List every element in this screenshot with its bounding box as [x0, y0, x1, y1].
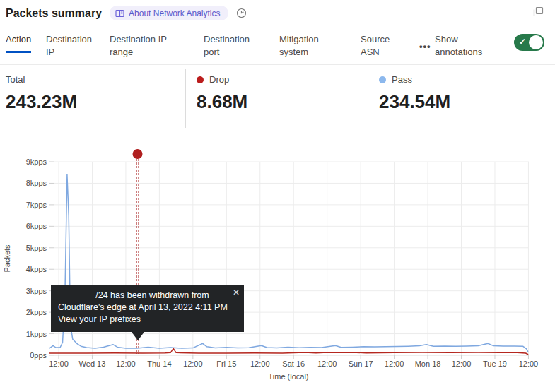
expand-window-icon[interactable]: [533, 6, 544, 20]
tooltip-line2: Cloudflare's edge at April 13, 2022 4:11…: [58, 302, 237, 314]
stat-pass-value: 234.54M: [379, 91, 450, 113]
stat-total-value: 243.23M: [6, 91, 77, 113]
stat-divider: [368, 69, 368, 128]
svg-text:0pps: 0pps: [30, 351, 47, 360]
tab-action[interactable]: Action: [6, 33, 31, 53]
svg-text:6kpps: 6kpps: [26, 222, 47, 230]
tabs-divider: [0, 64, 555, 65]
svg-text:Sun 17: Sun 17: [349, 360, 373, 368]
tooltip-line1: /24 has been withdrawn from: [58, 290, 237, 302]
header: Packets summary About Network Analytics: [6, 6, 247, 20]
svg-text:Sat 16: Sat 16: [282, 360, 305, 368]
svg-text:Wed 13: Wed 13: [79, 360, 106, 368]
svg-text:5kpps: 5kpps: [26, 244, 47, 252]
svg-text:12:00: 12:00: [49, 360, 69, 368]
time-range-icon[interactable]: [236, 8, 247, 18]
stats-row: Total 243.23M Drop 8.68M Pass 234.54M: [0, 67, 555, 129]
svg-text:12:00: 12:00: [317, 360, 337, 368]
stat-pass-label: Pass: [392, 74, 412, 85]
svg-text:2kpps: 2kpps: [26, 308, 47, 316]
svg-text:Tue 19: Tue 19: [483, 360, 507, 368]
tab-source-asn[interactable]: Source ASN: [361, 33, 400, 59]
check-icon: ✓: [519, 37, 526, 47]
svg-text:Mon 18: Mon 18: [415, 360, 441, 368]
more-tabs-icon[interactable]: •••: [419, 41, 431, 52]
stat-drop-label: Drop: [209, 74, 229, 85]
close-icon[interactable]: ✕: [233, 287, 240, 299]
svg-text:3kpps: 3kpps: [26, 287, 47, 295]
about-network-analytics-badge[interactable]: About Network Analytics: [110, 6, 228, 20]
stat-pass: Pass 234.54M: [379, 74, 450, 113]
tab-destination-ip-range[interactable]: Destination IP range: [110, 33, 177, 59]
svg-text:12:00: 12:00: [183, 360, 203, 368]
svg-text:12:00: 12:00: [116, 360, 136, 368]
tab-bar: Action Destination IP Destination IP ran…: [0, 33, 555, 64]
stat-divider: [185, 69, 186, 128]
svg-text:12:00: 12:00: [519, 360, 539, 368]
packets-chart: 0pps1kpps2kpps3kpps4kpps5kpps6kpps7kpps8…: [0, 148, 555, 392]
toggle-knob: [529, 35, 543, 49]
svg-text:Thu 14: Thu 14: [147, 360, 171, 368]
svg-text:4kpps: 4kpps: [26, 265, 47, 273]
badge-label: About Network Analytics: [129, 8, 220, 18]
stat-total: Total 243.23M: [6, 74, 77, 113]
page-title: Packets summary: [6, 7, 102, 20]
book-icon: [115, 9, 124, 18]
stat-drop-value: 8.68M: [197, 91, 247, 113]
svg-text:12:00: 12:00: [250, 360, 270, 368]
tooltip-tail: [132, 332, 144, 340]
tab-mitigation-system[interactable]: Mitigation system: [279, 33, 333, 59]
svg-text:Time (local): Time (local): [268, 372, 308, 381]
show-annotations-toggle[interactable]: ✓: [514, 34, 544, 51]
chart-canvas[interactable]: 0pps1kpps2kpps3kpps4kpps5kpps6kpps7kpps8…: [0, 148, 555, 392]
tab-destination-port[interactable]: Destination port: [204, 33, 260, 59]
view-ip-prefixes-link[interactable]: View your IP prefixes: [58, 314, 141, 326]
svg-text:Fri 15: Fri 15: [216, 360, 236, 368]
drop-legend-dot: [197, 76, 204, 83]
svg-text:8kpps: 8kpps: [26, 179, 47, 187]
svg-text:1kpps: 1kpps: [26, 330, 47, 338]
svg-text:7kpps: 7kpps: [26, 201, 47, 209]
tab-destination-ip[interactable]: Destination IP: [46, 33, 98, 59]
stat-total-label: Total: [6, 74, 25, 85]
annotation-tooltip: ✕ /24 has been withdrawn from Cloudflare…: [51, 285, 244, 332]
stat-drop: Drop 8.68M: [197, 74, 247, 113]
svg-text:12:00: 12:00: [452, 360, 472, 368]
show-annotations-label: Show annotations: [435, 33, 497, 59]
svg-text:Packets: Packets: [3, 244, 11, 273]
pass-legend-dot: [379, 76, 386, 83]
svg-text:9kpps: 9kpps: [26, 158, 47, 166]
svg-text:12:00: 12:00: [385, 360, 404, 368]
